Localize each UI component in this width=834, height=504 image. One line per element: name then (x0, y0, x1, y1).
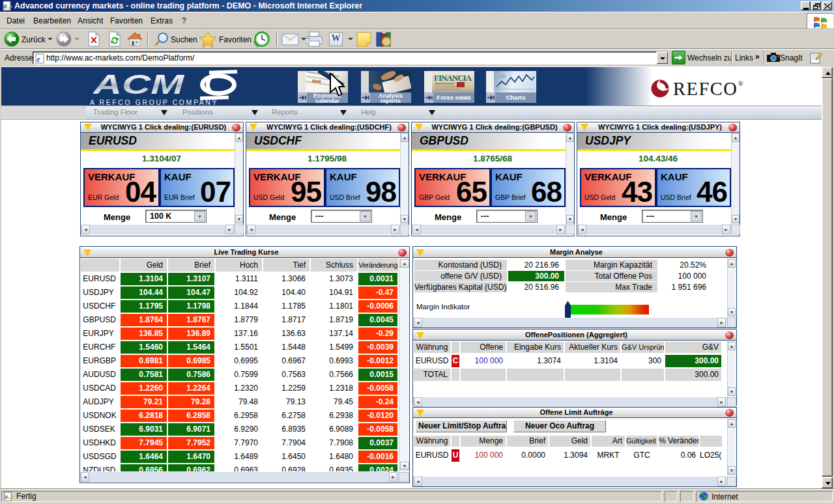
svg-text:e: e (4, 1, 8, 10)
svg-text:e: e (36, 55, 40, 64)
svg-text:e: e (5, 492, 8, 500)
svg-text:1.30: 1.30 (499, 74, 506, 78)
